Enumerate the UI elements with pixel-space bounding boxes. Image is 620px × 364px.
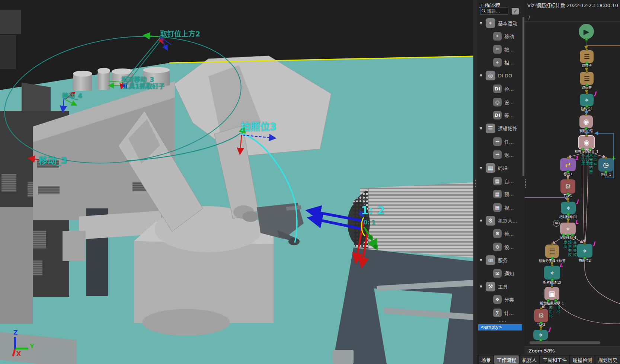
- output-port[interactable]: [585, 127, 588, 130]
- expand-arrow-icon[interactable]: ▼: [480, 74, 486, 77]
- node-graph-canvas[interactable]: ▶☰取钉子☰取标签⌖J拍照位1◉钢筋拍照◉检查视觉结果_1⇄1标签1◷+等待_1…: [525, 22, 620, 346]
- expand-arrow-icon[interactable]: ▼: [480, 258, 486, 262]
- input-port[interactable]: [551, 285, 553, 288]
- expand-arrow-icon[interactable]: ▼: [480, 166, 486, 170]
- search-input[interactable]: 请输...: [480, 7, 508, 15]
- node-8[interactable]: ⚙TCP1: [560, 179, 575, 194]
- filter-checkbox[interactable]: ✓: [512, 8, 519, 15]
- tree-item-20[interactable]: ▼⚒工具: [477, 280, 522, 293]
- input-port[interactable]: [584, 242, 586, 245]
- tree-item-16[interactable]: ▼⚙检...: [477, 227, 522, 240]
- graph-hscrollbar[interactable]: [530, 341, 600, 344]
- node-14[interactable]: ▣视觉结果用尽_1: [544, 287, 559, 300]
- tree-item-17[interactable]: ▼⚙设...: [477, 240, 522, 253]
- tab-碰撞检测[interactable]: 碰撞检测: [570, 355, 595, 364]
- output-port[interactable]: [551, 257, 553, 259]
- node-5[interactable]: ◉检查视觉结果_1: [579, 136, 594, 149]
- breadcrumb[interactable]: /: [528, 15, 530, 20]
- tree-item-3[interactable]: ▼⌖相...: [477, 56, 522, 69]
- input-port[interactable]: [567, 157, 569, 159]
- tree-item-0[interactable]: ▼⌖基本运动: [477, 16, 522, 29]
- tree-item-12[interactable]: ▼▦自...: [477, 175, 522, 188]
- expand-arrow-icon[interactable]: ▼: [480, 21, 486, 25]
- output-port[interactable]: [567, 192, 569, 195]
- input-port[interactable]: [551, 264, 553, 266]
- node-15[interactable]: ⚙TCP2: [534, 309, 548, 322]
- start-node[interactable]: ▶: [579, 24, 594, 39]
- input-port[interactable]: [586, 70, 588, 73]
- tree-item-6[interactable]: ▼◎设...: [477, 95, 522, 108]
- output-port[interactable]: [567, 213, 570, 215]
- output-port[interactable]: [567, 170, 569, 173]
- input-port[interactable]: [567, 221, 569, 223]
- output-port[interactable]: [539, 339, 542, 341]
- node-7[interactable]: ◷+等待_1: [598, 158, 613, 172]
- node-2[interactable]: ☰取标签: [580, 72, 594, 85]
- node-3[interactable]: ⌖J拍照位1: [580, 94, 594, 106]
- waypoint-label[interactable]: 取钉位上方2: [160, 28, 200, 38]
- panel-divider[interactable]: [473, 0, 477, 364]
- output-port[interactable]: [540, 321, 543, 324]
- waypoint-label[interactable]: 0: 1: [364, 219, 375, 226]
- input-port[interactable]: [585, 114, 587, 116]
- tree-item-7[interactable]: ▼DI等...: [477, 109, 522, 122]
- node-9[interactable]: ⌖J相对移动(1): [561, 202, 576, 214]
- input-port[interactable]: [551, 243, 553, 245]
- waypoint-label[interactable]: 工具1抓取钉子: [122, 81, 165, 90]
- input-port[interactable]: [567, 200, 569, 202]
- tree-item-15[interactable]: ▼⚙机器人...: [477, 214, 522, 227]
- waypoint-label[interactable]: 移动_4: [62, 91, 82, 100]
- tree-item-5[interactable]: ▼DI检...: [477, 82, 522, 95]
- output-port[interactable]: [555, 299, 557, 302]
- tree-item-2[interactable]: ▼⌗按...: [477, 43, 522, 56]
- output-port[interactable]: [547, 299, 550, 302]
- waypoint-label[interactable]: 1: 2: [361, 204, 385, 217]
- input-port[interactable]: [540, 328, 542, 331]
- output-port[interactable]: [551, 278, 553, 281]
- input-port[interactable]: [586, 92, 588, 95]
- output-port[interactable]: [585, 62, 588, 64]
- output-port[interactable]: [584, 256, 586, 259]
- tree-item-19[interactable]: ▼✉通知: [477, 266, 522, 280]
- input-port[interactable]: [540, 307, 542, 310]
- output-port[interactable]: [571, 234, 574, 236]
- tree-item-8[interactable]: ▼☰逻辑拓扑: [477, 122, 522, 135]
- node-1[interactable]: ☰取钉子: [580, 50, 594, 63]
- tree-item-21[interactable]: ▼❖分类: [477, 293, 522, 306]
- sidebar-resize-handle[interactable]: [498, 321, 506, 322]
- input-port[interactable]: [567, 178, 569, 180]
- input-port[interactable]: [586, 49, 588, 51]
- input-port[interactable]: [605, 157, 607, 159]
- node-4[interactable]: ◉钢筋拍照: [579, 115, 593, 128]
- input-port[interactable]: [585, 134, 588, 137]
- tab-工具和工件[interactable]: 工具和工件: [540, 355, 569, 364]
- waypoint-label[interactable]: 拍照位3: [241, 119, 277, 133]
- tree-item-4[interactable]: ▼◎DI DO: [477, 69, 522, 82]
- tab-机器人[interactable]: 机器人: [520, 355, 539, 364]
- waypoint-label[interactable]: 移动_3: [39, 153, 67, 166]
- tree-item-22[interactable]: ▼∑计...: [477, 306, 522, 319]
- node-6[interactable]: ⇄1标签1: [560, 158, 576, 171]
- output-port[interactable]: [567, 234, 569, 236]
- output-port[interactable]: [581, 148, 584, 150]
- tab-工作流程[interactable]: 工作流程: [494, 355, 519, 364]
- node-12[interactable]: ⌖J拍照位2: [577, 244, 592, 258]
- tree-item-13[interactable]: ▼▦预...: [477, 188, 522, 201]
- output-port[interactable]: [562, 234, 565, 236]
- sidebar-scrollbar[interactable]: [522, 17, 524, 176]
- tree-item-14[interactable]: ▼▦视...: [477, 201, 522, 214]
- expand-arrow-icon[interactable]: ▼: [480, 219, 486, 223]
- node-13[interactable]: ⌖L相对移动(2): [544, 266, 560, 280]
- expand-arrow-icon[interactable]: ▼: [480, 285, 486, 288]
- graph-resize-handle[interactable]: [525, 179, 526, 188]
- output-port[interactable]: [589, 148, 592, 150]
- tab-场景[interactable]: 场景: [479, 355, 493, 364]
- empty-selection-bar[interactable]: <empty>: [478, 324, 522, 331]
- tree-item-11[interactable]: ▼▦码垛: [477, 161, 522, 174]
- tree-item-18[interactable]: ▼✉服务: [477, 253, 522, 266]
- divider-handle[interactable]: [475, 179, 476, 187]
- output-port[interactable]: [585, 84, 588, 86]
- output-port[interactable]: [585, 38, 588, 41]
- tree-item-1[interactable]: ▼⌖移动: [477, 29, 522, 42]
- node[interactable]: ⌖J: [533, 330, 548, 340]
